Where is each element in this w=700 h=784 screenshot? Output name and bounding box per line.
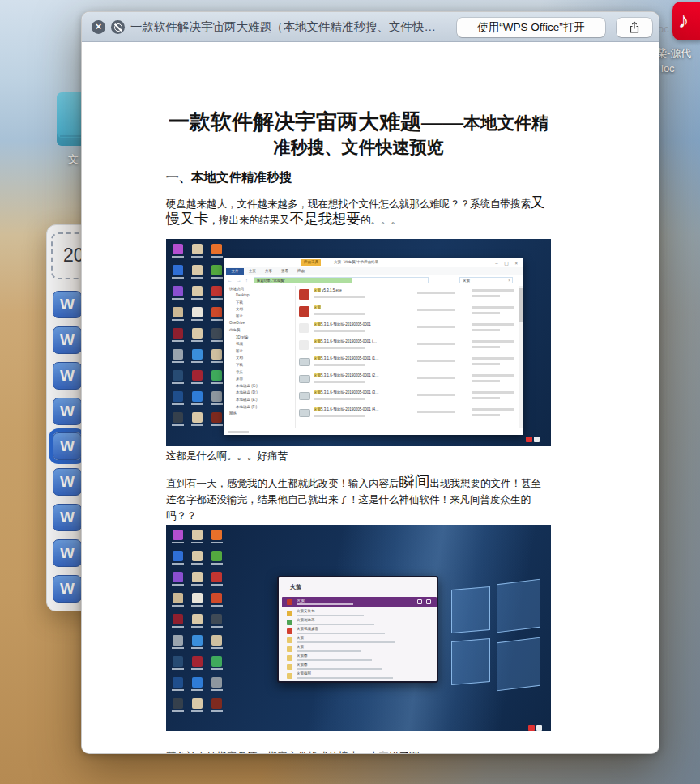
- desktop-app-icon: [173, 328, 183, 339]
- desktop-folder-label: 文: [68, 152, 79, 167]
- desktop-icon-label: [211, 319, 223, 322]
- desktop-app-icon: [211, 286, 222, 296]
- metadata-bar: [314, 296, 365, 298]
- windows-logo-pane: [497, 637, 540, 691]
- desktop-app-icon: [192, 244, 203, 254]
- result-path-bar: [297, 633, 385, 634]
- search-app-result-row: 火萤安装包: [282, 609, 437, 618]
- search-result-row: 火萤5.3.1.6-预览版-20190205-0001 (3…: [296, 388, 518, 405]
- desktop-app-icon: [192, 698, 203, 709]
- word-doc-icon[interactable]: W: [53, 398, 82, 425]
- watermark-white-icon: [536, 725, 542, 731]
- highlighted-match: 火萤: [314, 305, 321, 309]
- metadata-bar: [472, 346, 500, 348]
- watermark-red-icon: [528, 725, 535, 731]
- result-path-bar: [297, 650, 361, 652]
- explorer-search-query: 火萤: [463, 279, 470, 283]
- watermark-white-icon: [534, 437, 540, 442]
- desktop-icon-label: [211, 542, 223, 544]
- nav-tree-item: Desktop: [224, 292, 295, 300]
- result-path-bar: [297, 677, 393, 679]
- desktop-app-icon: [211, 349, 222, 360]
- music-app-icon[interactable]: ♪: [672, 2, 700, 40]
- result-path-bar: [297, 624, 374, 625]
- document-preview: 一款软件解决宇宙两大难题——本地文件精准秒搜、文件快速预览 一、本地文件精准秒搜…: [82, 42, 659, 754]
- result-path-bar: [297, 603, 353, 605]
- nav-tree-item: 本地磁盘 (C:): [224, 383, 295, 390]
- desktop-app-icon: [211, 614, 222, 624]
- word-doc-icon[interactable]: W: [53, 326, 82, 354]
- close-icon[interactable]: ×: [92, 20, 105, 34]
- desktop-app-icon: [192, 614, 203, 624]
- word-doc-icon[interactable]: W: [53, 468, 82, 496]
- nav-tree-item: 网络: [224, 411, 295, 418]
- file-name: 火萤 v5.3.1.5.exe: [314, 288, 342, 292]
- metadata-bar: [472, 329, 500, 331]
- desktop-icon-label: [172, 626, 184, 628]
- metadata-bar: [417, 292, 455, 295]
- word-doc-icon[interactable]: W: [53, 575, 82, 603]
- desktop-app-icon: [192, 328, 203, 339]
- file-name: 火萤5.3.1.6-预览版-20190205-0001 (4…: [314, 407, 379, 411]
- desktop-app-icon: [211, 328, 222, 339]
- desktop-app-icon: [211, 698, 222, 709]
- desktop-icon-label: [211, 382, 223, 385]
- word-doc-icon[interactable]: W: [53, 362, 82, 390]
- metadata-bar: [472, 357, 514, 360]
- desktop-label-line2: loc: [661, 62, 675, 75]
- open-folder-icon: [426, 599, 431, 604]
- desktop-app-icon: [173, 530, 183, 540]
- file-icon: [299, 289, 309, 300]
- desktop-icon-label: [172, 542, 184, 544]
- word-doc-icon[interactable]: W: [53, 291, 82, 318]
- file-icon: [299, 358, 310, 366]
- desktop-icon-label: [172, 403, 184, 406]
- share-button[interactable]: [617, 18, 652, 37]
- desktop-app-icon: [173, 370, 183, 381]
- desktop-icon-label: [211, 403, 223, 406]
- doc-title-part2: 本地文件精: [463, 113, 548, 133]
- desktop-icon-label: [191, 710, 203, 713]
- desktop-icon-label: [191, 626, 203, 628]
- quicklook-window: × 一款软件解决宇宙两大难题（本地文件精准秒搜、文件快… 使用“WPS Offi…: [81, 11, 659, 754]
- search-result-row: 火萤5.3.1.6-预览版-20190205-0001 (1…: [296, 354, 518, 371]
- metadata-bar: [314, 347, 365, 349]
- desktop-app-icon: [173, 572, 183, 582]
- file-icon: [299, 306, 309, 317]
- desktop-icon-label: [191, 382, 203, 385]
- metadata-bar: [314, 330, 365, 332]
- clear-search-icon: ×: [508, 279, 510, 283]
- result-file-icon: [287, 620, 292, 625]
- metadata-bar: [314, 398, 365, 400]
- metadata-bar: [417, 326, 455, 329]
- desktop-app-icon: [211, 656, 222, 667]
- desktop-icon-label: [191, 647, 203, 650]
- windows-logo-pane: [451, 586, 490, 633]
- result-path-bar: [297, 641, 395, 643]
- result-name: 火萤圈: [297, 663, 308, 667]
- word-doc-icon[interactable]: W: [53, 539, 82, 567]
- result-name: 火萤截图: [297, 671, 311, 675]
- desktop-app-icon: [192, 551, 203, 561]
- search-app-result-row: 火萤: [282, 597, 437, 607]
- desktop-icon-label: [172, 256, 184, 258]
- word-doc-icon[interactable]: W: [53, 432, 82, 460]
- open-with-wps-button[interactable]: 使用“WPS Office”打开: [457, 18, 605, 37]
- desktop-app-icon: [211, 530, 222, 540]
- desktop-icon-label: [172, 340, 184, 343]
- desktop-icon-label: [191, 563, 203, 565]
- desktop-icon-label: [191, 689, 203, 692]
- file-name: 火萤5.3.1.6-预览版-20190205-0001: [314, 322, 371, 326]
- quicklook-titlebar: × 一款软件解决宇宙两大难题（本地文件精准秒搜、文件快… 使用“WPS Offi…: [82, 12, 659, 42]
- desktop-app-icon: [173, 698, 183, 709]
- metadata-bar: [472, 363, 500, 365]
- result-file-icon: [287, 637, 292, 643]
- nav-tree-item: 此电脑: [224, 327, 295, 334]
- block-icon[interactable]: [111, 20, 125, 34]
- search-app-result-row: 火萤浏览器: [282, 618, 437, 627]
- metadata-bar: [314, 415, 365, 417]
- ribbon-tab: 搜索: [297, 269, 305, 273]
- metadata-bar: [417, 309, 455, 312]
- explorer-status-bar: [224, 428, 523, 435]
- word-doc-icon[interactable]: W: [53, 504, 82, 531]
